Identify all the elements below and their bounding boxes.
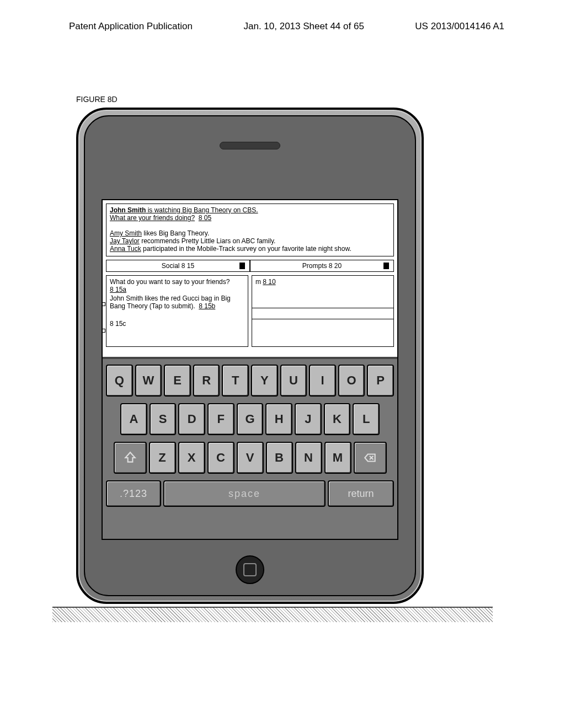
divider [252,319,393,319]
home-button[interactable] [236,555,264,584]
onscreen-keyboard: Q W E R T Y U I O P A S D F G H [103,357,397,539]
header-right: US 2013/0014146 A1 [415,21,504,32]
phone-speaker [220,142,280,149]
divider [252,308,393,308]
tab-social[interactable]: Social 8 15 [106,260,250,272]
keyboard-row-4: .?123 space return [104,480,396,507]
header-center: Jan. 10, 2013 Sheet 44 of 65 [244,21,364,32]
key-n[interactable]: N [295,442,322,474]
keyboard-row-1: Q W E R T Y U I O P [104,365,396,397]
key-t[interactable]: T [222,365,249,397]
key-return[interactable]: return [328,480,394,507]
key-symbols[interactable]: .?123 [106,480,161,507]
ref-810: 8 10 [263,278,275,286]
friends-question-line: What are your friends doing? 8 05 [110,214,390,222]
floor-hatching [52,607,493,622]
key-d[interactable]: D [178,403,205,435]
key-j[interactable]: J [295,403,322,435]
key-b[interactable]: B [266,442,293,474]
checkbox-icon[interactable] [102,302,105,306]
shift-icon [123,451,137,465]
key-o[interactable]: O [338,365,365,397]
feed-item: Amy Smith likes Big Bang Theory. [110,229,390,237]
friends-question: What are your friends doing? [110,214,195,222]
key-v[interactable]: V [237,442,264,474]
phone-screen: John Smith is watching Big Bang Theory o… [102,199,398,540]
ref-815a: 8 15a [110,286,126,293]
prompts-text: m 8 10 [255,278,390,286]
key-backspace[interactable] [354,442,387,474]
header-left: Patent Application Publication [69,21,193,32]
key-g[interactable]: G [237,403,264,435]
columns: What do you want to say to your friends?… [106,275,394,347]
key-e[interactable]: E [164,365,191,397]
keyboard-row-2: A S D F G H J K L [104,403,396,435]
key-i[interactable]: I [309,365,336,397]
checkbox-icon[interactable] [102,329,105,333]
key-c[interactable]: C [207,442,234,474]
key-f[interactable]: F [207,403,234,435]
key-h[interactable]: H [265,403,292,435]
phone-device: John Smith is watching Big Bang Theory o… [76,108,424,604]
feed-items: Amy Smith likes Big Bang Theory. Jay Tay… [110,229,390,253]
key-l[interactable]: L [353,403,380,435]
key-u[interactable]: U [280,365,307,397]
feed-panel: John Smith is watching Big Bang Theory o… [106,204,394,256]
compose-prompt: What do you want to say to your friends? [110,278,244,286]
key-r[interactable]: R [193,365,220,397]
keyboard-row-3: Z X C V B N M [104,442,396,474]
arrow-down-icon [383,263,389,269]
backspace-icon [363,451,377,465]
status-rest: is watching Big Bang Theory on CBS. [146,206,258,214]
friends-question-ref: 8 05 [199,214,211,222]
phone-bezel: John Smith is watching Big Bang Theory o… [84,115,416,596]
feed-item: Jay Taylor recommends Pretty Little Liar… [110,237,390,245]
tabs-row: Social 8 15 Prompts 8 20 [106,260,394,272]
key-y[interactable]: Y [251,365,278,397]
key-w[interactable]: W [135,365,162,397]
status-line: John Smith is watching Big Bang Theory o… [110,206,390,214]
status-name: John Smith [110,206,146,214]
key-shift[interactable] [114,442,147,474]
feed-item: Anna Tuck participated in the Mobile-Tra… [110,245,390,253]
key-a[interactable]: A [120,403,147,435]
key-z[interactable]: Z [149,442,176,474]
key-q[interactable]: Q [106,365,133,397]
arrow-down-icon [239,263,245,269]
tab-prompts[interactable]: Prompts 8 20 [250,260,394,272]
key-s[interactable]: S [150,403,177,435]
prompts-panel[interactable]: m 8 10 [252,275,394,347]
ref-815c: 8 15c [110,320,244,328]
key-k[interactable]: K [324,403,351,435]
key-x[interactable]: X [178,442,205,474]
tab-social-label: Social 8 15 [162,262,194,270]
social-compose-panel[interactable]: What do you want to say to your friends?… [106,275,248,347]
key-m[interactable]: M [324,442,351,474]
page-header: Patent Application Publication Jan. 10, … [0,21,565,32]
tab-prompts-label: Prompts 8 20 [302,262,342,270]
ref-815b: 8 15b [199,302,215,310]
key-space[interactable]: space [163,480,326,507]
figure-label: FIGURE 8D [76,95,118,104]
key-p[interactable]: P [367,365,394,397]
